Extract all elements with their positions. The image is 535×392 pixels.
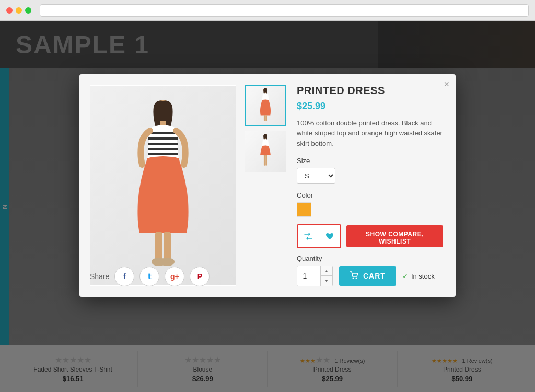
shopping-cart-icon	[350, 271, 359, 280]
quantity-arrows: ▲ ▼	[320, 266, 332, 286]
quantity-down-button[interactable]: ▼	[321, 276, 332, 286]
svg-point-5	[160, 258, 175, 266]
pinterest-share-button[interactable]: P	[190, 267, 210, 286]
browser-address-bar[interactable]	[40, 4, 529, 17]
cart-button-label: CART	[363, 272, 386, 280]
modal-overlay: ×	[0, 21, 535, 392]
thumbnail-1[interactable]	[245, 85, 286, 126]
thumbnail-list	[245, 85, 286, 287]
thumb-dress-2	[250, 133, 281, 170]
in-stock-label: In stock	[411, 272, 435, 280]
svg-rect-9	[265, 115, 267, 121]
main-product-image	[90, 85, 236, 287]
in-stock-status: ✓ In stock	[402, 272, 435, 280]
product-image-placeholder	[90, 86, 236, 285]
product-price: $25.99	[297, 101, 443, 112]
quantity-input[interactable]	[297, 266, 320, 286]
googleplus-share-button[interactable]: g+	[165, 267, 184, 286]
quantity-up-button[interactable]: ▲	[321, 266, 332, 276]
facebook-share-button[interactable]: f	[114, 267, 134, 286]
browser-chrome	[0, 0, 535, 21]
thumb-dress-1	[250, 87, 281, 124]
quantity-row: ▲ ▼ CAR	[297, 266, 443, 286]
product-modal: ×	[79, 74, 456, 297]
color-swatch[interactable]	[297, 202, 311, 217]
cart-icon	[350, 271, 359, 281]
add-to-cart-button[interactable]: CART	[339, 266, 396, 286]
compare-icon	[304, 232, 313, 240]
modal-body: PRINTED DRESS $25.99 100% cotton double …	[90, 85, 445, 287]
compare-wishlist-box	[297, 224, 341, 248]
size-select[interactable]: S XS M L XL	[297, 168, 335, 184]
facebook-icon: f	[123, 272, 126, 281]
dress-illustration	[126, 97, 200, 274]
googleplus-icon: g+	[170, 272, 179, 281]
svg-rect-8	[264, 115, 265, 121]
close-button[interactable]: ×	[444, 79, 449, 89]
browser-dot-red[interactable]	[6, 7, 13, 14]
compare-button[interactable]	[298, 225, 319, 247]
quantity-input-group: ▲ ▼	[297, 266, 333, 286]
pinterest-icon: P	[197, 272, 202, 281]
twitter-share-button[interactable]: 𝕥	[139, 267, 159, 286]
checkmark-icon: ✓	[402, 272, 409, 280]
twitter-icon: 𝕥	[148, 272, 152, 281]
wishlist-button[interactable]	[319, 225, 340, 247]
action-row: SHOW COMPARE, WISHLIST	[297, 224, 443, 248]
page-background: SAMPLE 1 N ★★★★★ Faded Short Sleeves T-S…	[0, 21, 535, 392]
size-label: Size	[297, 157, 443, 165]
svg-rect-3	[164, 232, 171, 260]
browser-dot-green[interactable]	[25, 7, 31, 14]
svg-rect-12	[264, 155, 265, 166]
product-description: 100% cotton double printed dress. Black …	[297, 118, 443, 149]
product-title: PRINTED DRESS	[297, 85, 443, 97]
show-compare-wishlist-button[interactable]: SHOW COMPARE, WISHLIST	[346, 225, 443, 247]
heart-icon	[325, 232, 334, 240]
svg-rect-13	[265, 155, 267, 166]
quantity-label: Quantity	[297, 255, 443, 262]
thumbnail-2[interactable]	[245, 131, 286, 172]
product-info: PRINTED DRESS $25.99 100% cotton double …	[295, 85, 445, 287]
share-row: Share f 𝕥 g+ P	[90, 267, 210, 286]
svg-point-15	[356, 277, 357, 279]
svg-rect-2	[155, 232, 162, 260]
browser-dot-yellow[interactable]	[16, 7, 22, 14]
svg-point-14	[353, 277, 354, 279]
share-label: Share	[90, 272, 109, 281]
color-label: Color	[297, 191, 443, 199]
